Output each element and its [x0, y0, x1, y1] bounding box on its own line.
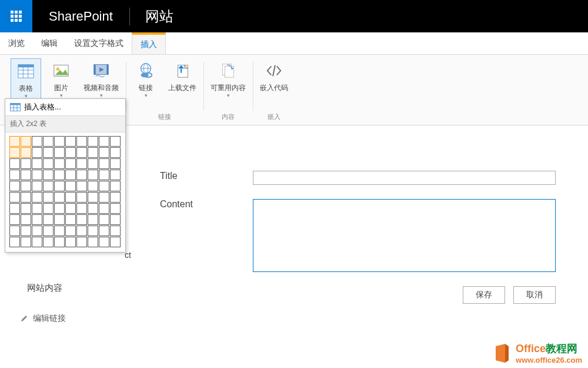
table-picker-cell[interactable] — [21, 237, 31, 247]
content-editor[interactable] — [253, 199, 556, 272]
sidebar-item-site-contents[interactable]: 网站内容 — [27, 283, 62, 294]
table-picker-cell[interactable] — [32, 136, 42, 147]
table-picker-cell[interactable] — [88, 214, 98, 225]
table-picker-cell[interactable] — [65, 192, 76, 203]
insert-table-menuitem[interactable]: 插入表格... — [5, 99, 125, 115]
table-picker-cell[interactable] — [21, 214, 31, 225]
table-picker-cell[interactable] — [76, 158, 87, 169]
table-picker-cell[interactable] — [110, 170, 121, 180]
tab-edit[interactable]: 编辑 — [33, 32, 66, 54]
table-picker-cell[interactable] — [21, 192, 31, 203]
table-picker-cell[interactable] — [110, 214, 121, 225]
table-picker-cell[interactable] — [76, 147, 87, 158]
embed-code-button[interactable]: 嵌入代码 — [258, 58, 290, 111]
table-picker-cell[interactable] — [76, 170, 87, 180]
table-picker-cell[interactable] — [76, 181, 87, 191]
table-picker-cell[interactable] — [54, 136, 65, 147]
table-picker-cell[interactable] — [88, 237, 98, 247]
reusable-content-button[interactable]: 可重用内容 ▾ — [208, 58, 248, 111]
table-picker-cell[interactable] — [43, 203, 54, 214]
table-picker-cell[interactable] — [99, 237, 109, 247]
table-picker-cell[interactable] — [32, 237, 42, 247]
table-picker-cell[interactable] — [43, 214, 54, 225]
link-button[interactable]: 链接 ▾ — [131, 58, 161, 111]
table-picker-cell[interactable] — [43, 226, 54, 236]
table-picker-cell[interactable] — [65, 147, 76, 158]
table-picker-cell[interactable] — [99, 170, 109, 180]
table-picker-cell[interactable] — [43, 181, 54, 191]
table-picker-cell[interactable] — [21, 226, 31, 236]
table-picker-cell[interactable] — [21, 181, 31, 191]
table-picker-cell[interactable] — [76, 192, 87, 203]
table-picker-cell[interactable] — [76, 226, 87, 236]
table-picker-cell[interactable] — [9, 147, 20, 158]
table-picker-cell[interactable] — [110, 136, 121, 147]
table-picker-cell[interactable] — [32, 226, 42, 236]
tab-insert[interactable]: 插入 — [132, 32, 166, 54]
edit-links-button[interactable]: 编辑链接 — [20, 313, 66, 324]
table-picker-cell[interactable] — [32, 214, 42, 225]
table-picker-cell[interactable] — [99, 181, 109, 191]
title-input[interactable] — [253, 171, 556, 185]
table-picker-cell[interactable] — [9, 226, 20, 236]
table-picker-cell[interactable] — [110, 158, 121, 169]
table-picker-cell[interactable] — [9, 192, 20, 203]
table-picker-cell[interactable] — [43, 136, 54, 147]
table-picker-cell[interactable] — [9, 136, 20, 147]
table-picker-cell[interactable] — [110, 237, 121, 247]
table-picker-cell[interactable] — [88, 203, 98, 214]
table-picker-cell[interactable] — [99, 147, 109, 158]
table-picker-cell[interactable] — [32, 170, 42, 180]
table-picker-cell[interactable] — [54, 181, 65, 191]
cancel-button[interactable]: 取消 — [513, 286, 556, 304]
table-picker-cell[interactable] — [54, 147, 65, 158]
save-button[interactable]: 保存 — [463, 286, 505, 304]
table-picker-cell[interactable] — [65, 158, 76, 169]
table-picker-cell[interactable] — [110, 226, 121, 236]
table-picker-cell[interactable] — [76, 214, 87, 225]
table-picker-cell[interactable] — [110, 181, 121, 191]
tab-browse[interactable]: 浏览 — [0, 32, 33, 54]
table-picker-cell[interactable] — [110, 203, 121, 214]
table-picker-cell[interactable] — [76, 136, 87, 147]
table-picker-cell[interactable] — [88, 147, 98, 158]
table-picker-cell[interactable] — [9, 203, 20, 214]
table-picker-cell[interactable] — [43, 170, 54, 180]
table-picker-cell[interactable] — [32, 147, 42, 158]
table-picker-cell[interactable] — [65, 226, 76, 236]
table-picker-cell[interactable] — [88, 181, 98, 191]
table-picker-cell[interactable] — [54, 203, 65, 214]
table-picker-cell[interactable] — [43, 237, 54, 247]
table-picker-cell[interactable] — [88, 136, 98, 147]
table-picker-cell[interactable] — [65, 181, 76, 191]
tab-format-text[interactable]: 设置文字格式 — [66, 32, 132, 54]
upload-file-button[interactable]: 上载文件 — [166, 58, 199, 111]
table-picker-cell[interactable] — [21, 158, 31, 169]
table-picker-cell[interactable] — [9, 237, 20, 247]
table-picker-cell[interactable] — [43, 158, 54, 169]
table-picker-cell[interactable] — [9, 214, 20, 225]
table-picker-cell[interactable] — [21, 147, 31, 158]
table-picker-cell[interactable] — [65, 203, 76, 214]
table-picker-cell[interactable] — [99, 192, 109, 203]
table-picker-cell[interactable] — [76, 203, 87, 214]
table-size-grid[interactable] — [5, 132, 125, 252]
table-picker-cell[interactable] — [9, 181, 20, 191]
table-picker-cell[interactable] — [9, 158, 20, 169]
table-picker-cell[interactable] — [54, 170, 65, 180]
app-launcher[interactable] — [0, 0, 32, 32]
table-picker-cell[interactable] — [54, 192, 65, 203]
table-picker-cell[interactable] — [32, 203, 42, 214]
table-picker-cell[interactable] — [99, 136, 109, 147]
table-picker-cell[interactable] — [99, 214, 109, 225]
table-picker-cell[interactable] — [9, 170, 20, 180]
table-picker-cell[interactable] — [99, 203, 109, 214]
table-picker-cell[interactable] — [54, 237, 65, 247]
table-picker-cell[interactable] — [65, 214, 76, 225]
table-picker-cell[interactable] — [99, 226, 109, 236]
table-picker-cell[interactable] — [21, 170, 31, 180]
table-picker-cell[interactable] — [32, 181, 42, 191]
table-picker-cell[interactable] — [65, 136, 76, 147]
table-picker-cell[interactable] — [32, 192, 42, 203]
table-picker-cell[interactable] — [76, 237, 87, 247]
